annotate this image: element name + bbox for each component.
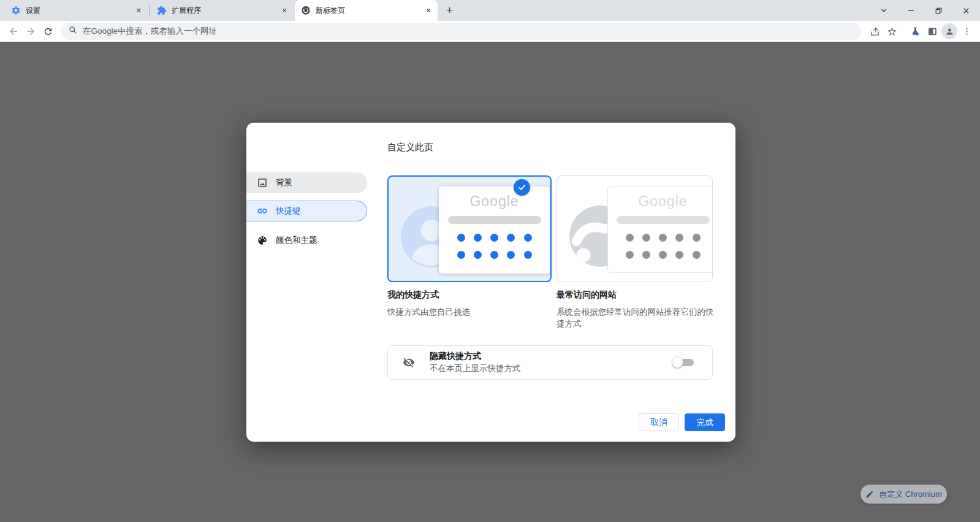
tab-search-button[interactable] xyxy=(870,0,897,21)
eye-off-icon xyxy=(403,356,415,369)
sidebar-item-label: 快捷键 xyxy=(276,205,301,217)
new-tab-button[interactable]: + xyxy=(443,4,457,18)
tab-strip: 设置 × 扩展程序 × 新标签页 × + xyxy=(0,0,980,21)
shortcut-dots-row xyxy=(457,251,532,259)
puzzle-icon xyxy=(157,6,167,15)
tab-extensions[interactable]: 扩展程序 × xyxy=(151,0,294,21)
back-button[interactable] xyxy=(5,23,22,40)
shortcut-dots-row xyxy=(626,251,701,259)
browser-window: 设置 × 扩展程序 × 新标签页 × + xyxy=(0,0,980,522)
option-description: 快捷方式由您自己挑选 xyxy=(387,306,548,318)
option-card-my-shortcuts[interactable]: Google xyxy=(387,175,552,282)
restore-button[interactable] xyxy=(925,0,952,21)
toggle-title: 隐藏快捷方式 xyxy=(430,351,673,362)
option-description: 系统会根据您经常访问的网站推荐它们的快捷方式 xyxy=(556,306,716,329)
chromium-icon xyxy=(301,6,311,15)
toggle-description: 不在本页上显示快捷方式 xyxy=(430,363,673,374)
side-panel-icon[interactable] xyxy=(924,23,941,40)
minimize-button[interactable] xyxy=(897,0,925,21)
close-tab-icon[interactable]: × xyxy=(423,5,434,16)
shortcut-dots-row xyxy=(626,234,701,242)
customize-page-dialog: 自定义此页 背景 快捷键 颜色和主题 xyxy=(246,123,735,442)
hide-shortcuts-toggle[interactable] xyxy=(673,358,694,367)
sidebar-item-background[interactable]: 背景 xyxy=(246,172,367,193)
sidebar-item-shortcuts[interactable]: 快捷键 xyxy=(246,201,367,221)
pencil-icon xyxy=(865,490,874,499)
shortcuts-preview-card: Google xyxy=(607,186,713,273)
option-title: 最常访问的网站 xyxy=(556,290,716,301)
profile-avatar[interactable] xyxy=(941,23,958,40)
searchbox-illustration xyxy=(617,216,710,224)
google-wordmark: Google xyxy=(439,193,550,210)
address-bar-placeholder: 在Google中搜索，或者输入一个网址 xyxy=(83,26,217,37)
bookmark-star-icon[interactable] xyxy=(883,23,900,40)
tab-settings[interactable]: 设置 × xyxy=(5,0,148,21)
searchbox-illustration xyxy=(448,216,541,224)
browser-toolbar: 在Google中搜索，或者输入一个网址 xyxy=(0,21,980,42)
tab-separator xyxy=(149,5,150,16)
option-title: 我的快捷方式 xyxy=(387,290,548,301)
palette-icon xyxy=(257,235,268,246)
window-controls xyxy=(870,0,980,21)
sidebar-item-label: 颜色和主题 xyxy=(276,235,317,246)
experiments-flask-icon[interactable] xyxy=(906,23,924,40)
tab-title: 新标签页 xyxy=(316,6,423,16)
sidebar-item-label: 背景 xyxy=(276,177,292,188)
google-wordmark: Google xyxy=(608,193,713,210)
close-window-button[interactable] xyxy=(952,0,980,21)
cancel-button[interactable]: 取消 xyxy=(639,413,679,431)
menu-kebab-icon[interactable] xyxy=(958,23,975,40)
fab-label: 自定义 Chromium xyxy=(879,489,942,500)
forward-button[interactable] xyxy=(22,23,39,40)
shortcut-dots-row xyxy=(457,234,532,242)
page-scrim: 自定义此页 背景 快捷键 颜色和主题 xyxy=(0,42,980,522)
image-icon xyxy=(257,177,268,188)
search-icon xyxy=(69,26,77,37)
address-bar[interactable]: 在Google中搜索，或者输入一个网址 xyxy=(61,23,861,40)
shortcuts-preview-card: Google xyxy=(439,186,550,274)
hide-shortcuts-row: 隐藏快捷方式 不在本页上显示快捷方式 xyxy=(387,345,713,380)
close-tab-icon[interactable]: × xyxy=(279,5,290,16)
share-icon[interactable] xyxy=(866,23,883,40)
dialog-title: 自定义此页 xyxy=(387,142,433,153)
tab-title: 设置 xyxy=(26,6,133,16)
done-button[interactable]: 完成 xyxy=(685,413,725,431)
link-icon xyxy=(257,205,268,217)
tab-title: 扩展程序 xyxy=(172,6,279,16)
sidebar-item-colors-theme[interactable]: 颜色和主题 xyxy=(246,230,367,251)
option-card-most-visited[interactable]: Google xyxy=(556,175,713,282)
tab-new-tab[interactable]: 新标签页 × xyxy=(295,0,438,21)
selected-check-icon xyxy=(514,179,530,196)
customize-chromium-button[interactable]: 自定义 Chromium xyxy=(860,485,947,504)
reload-button[interactable] xyxy=(39,23,56,40)
close-tab-icon[interactable]: × xyxy=(133,5,144,16)
gear-icon xyxy=(11,6,21,15)
